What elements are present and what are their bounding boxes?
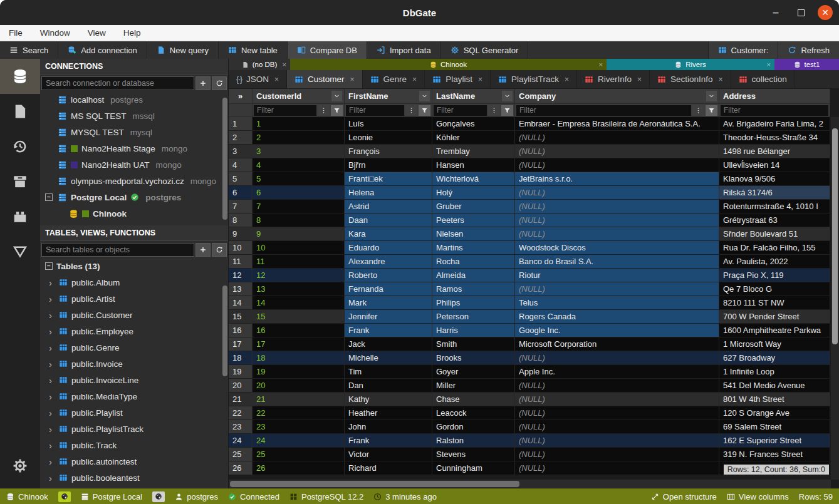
filter-menu-icon[interactable]: [405, 105, 417, 116]
chevron-down-icon[interactable]: [502, 91, 513, 101]
cell-customerid[interactable]: 6: [253, 186, 345, 200]
cell-lastname[interactable]: Smith: [432, 337, 515, 351]
chevron-right-icon[interactable]: ›: [49, 375, 55, 386]
palette-icon[interactable]: [152, 491, 165, 502]
rail-database-icon[interactable]: [0, 59, 40, 94]
chevron-right-icon[interactable]: ›: [49, 473, 55, 483]
cell-lastname[interactable]: Rocha: [432, 255, 515, 269]
connection-chinook[interactable]: Chinook: [40, 205, 228, 222]
cell-firstname[interactable]: Victor: [345, 448, 432, 461]
toolbar-refreshbutton[interactable]: Refresh: [778, 41, 839, 59]
cell-customerid[interactable]: 10: [253, 241, 345, 255]
chevron-right-icon[interactable]: ›: [49, 456, 55, 467]
cell-address[interactable]: 162 E Superior Street: [719, 434, 830, 448]
filter-input-lastname[interactable]: [434, 105, 487, 116]
cell-firstname[interactable]: Astrid: [345, 200, 432, 213]
tab-customer[interactable]: Customer×: [287, 70, 363, 88]
toolbar-customer-button[interactable]: Customer:: [708, 41, 778, 59]
status-view-columns[interactable]: View columns: [727, 492, 789, 501]
tables-group[interactable]: − Tables (13): [40, 258, 228, 274]
close-icon[interactable]: ×: [767, 61, 771, 68]
row-number[interactable]: 13: [229, 282, 253, 296]
cell-customerid[interactable]: 11: [253, 255, 345, 269]
row-number[interactable]: 19: [229, 365, 253, 379]
cell-firstname[interactable]: Eduardo: [345, 241, 432, 255]
cell-lastname[interactable]: Tremblay: [432, 145, 515, 158]
filter-input-company[interactable]: [516, 105, 691, 116]
cell-firstname[interactable]: Alexandre: [345, 255, 432, 269]
row-number[interactable]: 21: [229, 393, 253, 406]
cell-customerid[interactable]: 18: [253, 351, 345, 365]
rail-plugin-icon[interactable]: [0, 199, 40, 234]
cell-firstname[interactable]: Mark: [345, 296, 432, 310]
grid-horizontal-scrollbar[interactable]: [229, 480, 831, 488]
cell-customerid[interactable]: 16: [253, 324, 345, 337]
cell-company[interactable]: (NULL): [515, 448, 719, 461]
column-header-lastname[interactable]: LastName: [432, 89, 515, 104]
toolbar-search-button[interactable]: Search: [0, 41, 58, 59]
cell-customerid[interactable]: 4: [253, 158, 345, 172]
cell-address[interactable]: Theodor-Heuss-Straße 34: [719, 131, 830, 145]
status-postgres[interactable]: postgres: [175, 492, 218, 501]
cell-customerid[interactable]: 15: [253, 310, 345, 324]
connection-localhost[interactable]: localhostpostgres: [40, 91, 228, 108]
refresh-tables-button[interactable]: [212, 243, 227, 257]
rail-history-icon[interactable]: [0, 129, 40, 164]
status-chinook[interactable]: Chinook: [6, 492, 48, 501]
row-number[interactable]: 18: [229, 351, 253, 365]
collapse-icon[interactable]: −: [45, 193, 53, 201]
tab-riverinfo[interactable]: RiverInfo×: [577, 70, 650, 88]
status-postgre-local[interactable]: Postgre Local: [81, 492, 143, 501]
filter-input-address[interactable]: [721, 105, 828, 116]
cell-customerid[interactable]: 14: [253, 296, 345, 310]
cell-firstname[interactable]: Kara: [345, 227, 432, 241]
cell-lastname[interactable]: Goyer: [432, 365, 515, 379]
menu-help[interactable]: Help: [123, 28, 141, 38]
db-group-test1[interactable]: test1: [774, 59, 839, 70]
row-number[interactable]: 9: [229, 227, 253, 241]
cell-address[interactable]: 319 N. Frances Street: [719, 448, 830, 461]
menu-view[interactable]: View: [88, 28, 106, 38]
filter-input-customerid[interactable]: [254, 105, 316, 116]
tab-playlisttrack[interactable]: PlaylistTrack×: [491, 70, 577, 88]
cell-firstname[interactable]: François: [345, 145, 432, 158]
row-number[interactable]: 17: [229, 337, 253, 351]
cell-company[interactable]: (NULL): [515, 227, 719, 241]
status-connected[interactable]: Connected: [228, 492, 279, 501]
cell-address[interactable]: Rua Dr. Falcăo Filho, 155: [719, 241, 830, 255]
cell-address[interactable]: Qe 7 Bloco G: [719, 282, 830, 296]
column-header-company[interactable]: Company: [515, 89, 719, 104]
cell-lastname[interactable]: Nielsen: [432, 227, 515, 241]
cell-lastname[interactable]: Almeida: [432, 269, 515, 282]
chevron-right-icon[interactable]: ›: [49, 424, 55, 435]
connection-olympus-medportal-vychozi-cz[interactable]: olympus-medportal.vychozi.czmongo: [40, 173, 228, 189]
cell-company[interactable]: (NULL): [515, 213, 719, 227]
collapse-icon[interactable]: −: [45, 262, 53, 270]
cell-address[interactable]: Ullevĺlsveien 14: [719, 158, 830, 172]
cell-company[interactable]: (NULL): [515, 200, 719, 213]
cell-company[interactable]: (NULL): [515, 158, 719, 172]
cell-firstname[interactable]: Michelle: [345, 351, 432, 365]
cell-company[interactable]: (NULL): [515, 393, 719, 406]
tab-playlist[interactable]: Playlist×: [425, 70, 491, 88]
cell-firstname[interactable]: Franti□ek: [345, 172, 432, 186]
cell-customerid[interactable]: 8: [253, 213, 345, 227]
cell-lastname[interactable]: Gordon: [432, 420, 515, 434]
cell-lastname[interactable]: Brooks: [432, 351, 515, 365]
table-item-public-genre[interactable]: ›public.Genre: [40, 339, 228, 356]
cell-lastname[interactable]: Wichterlová: [432, 172, 515, 186]
cell-customerid[interactable]: 23: [253, 420, 345, 434]
cell-firstname[interactable]: Luís: [345, 117, 432, 131]
close-icon[interactable]: ×: [599, 61, 603, 68]
row-number[interactable]: 15: [229, 310, 253, 324]
column-header-address[interactable]: Address: [719, 89, 830, 104]
cell-lastname[interactable]: Hansen: [432, 158, 515, 172]
table-item-public-booleantest[interactable]: ›public.booleantest: [40, 470, 228, 486]
connection-postgre-local[interactable]: −Postgre Localpostgres: [40, 189, 228, 205]
cell-address[interactable]: 1 Infinite Loop: [719, 365, 830, 379]
row-number[interactable]: 11: [229, 255, 253, 269]
cell-address[interactable]: 120 S Orange Ave: [719, 406, 830, 420]
table-item-public-autoinctest[interactable]: ›public.autoinctest: [40, 453, 228, 470]
cell-customerid[interactable]: 21: [253, 393, 345, 406]
table-item-public-track[interactable]: ›public.Track: [40, 437, 228, 453]
